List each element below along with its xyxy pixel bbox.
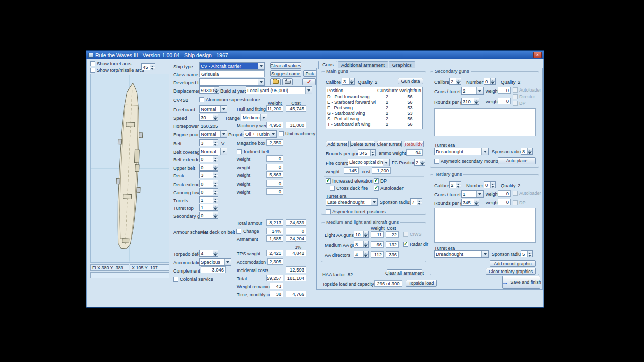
load-design-button[interactable] bbox=[270, 78, 281, 85]
asymmetric-turret-checkbox[interactable]: Asymetric turret positions bbox=[326, 209, 386, 214]
deck-spinner[interactable]: 3 bbox=[199, 171, 218, 178]
show-torp-arcs-checkbox[interactable]: Show torp/missile arcs bbox=[90, 67, 144, 73]
turret-top-spinner[interactable]: 1 bbox=[199, 204, 218, 211]
aa-directors-spinner[interactable]: 4 bbox=[354, 251, 369, 258]
conning-tower-spinner[interactable]: 0 bbox=[199, 188, 218, 195]
tertiary-calibre-spinner[interactable]: 2 bbox=[449, 181, 461, 188]
validate-button[interactable]: ✓ bbox=[302, 78, 316, 85]
turret-era-select[interactable]: Late dreadnought bbox=[326, 198, 378, 206]
secondary-dp-checkbox[interactable]: DP bbox=[513, 101, 526, 106]
suggest-name-button[interactable]: Suggest name bbox=[270, 70, 301, 77]
freeboard-select[interactable]: Normal bbox=[199, 105, 227, 113]
show-turret-arcs-checkbox[interactable]: Show turret arcs bbox=[90, 61, 131, 66]
save-and-finish-button[interactable]: → Save and finish bbox=[502, 276, 540, 289]
aa-directors-label: AA directors bbox=[325, 252, 350, 258]
ship-type-select[interactable]: CV - Aircraft carrier bbox=[199, 62, 265, 70]
secondary-guns-armour-spinner[interactable]: 0 bbox=[199, 212, 218, 219]
main-sponson-spinner[interactable]: 7 bbox=[410, 198, 422, 205]
displacement-spinner[interactable]: 59300 bbox=[199, 86, 219, 94]
turrets-spinner[interactable]: 1 bbox=[199, 196, 218, 203]
ciws-checkbox[interactable]: CIWS bbox=[403, 232, 422, 237]
secondary-director-checkbox[interactable]: Director bbox=[513, 94, 535, 99]
medium-aa-spinner[interactable]: 8 bbox=[354, 241, 369, 248]
secondary-mounts-listbox[interactable] bbox=[434, 108, 536, 136]
pick-button[interactable]: Pick bbox=[303, 70, 316, 77]
main-rounds-spinner[interactable]: 345 bbox=[358, 149, 376, 156]
belt-spinner[interactable]: 3 bbox=[199, 139, 218, 146]
asymmetric-secondary-checkbox[interactable]: Asymetric secondary mounts bbox=[434, 159, 499, 164]
range-select[interactable]: Medium bbox=[241, 114, 267, 121]
clear-tertiary-graphics-button[interactable]: Clear tertiary graphics bbox=[486, 268, 536, 275]
titlebar[interactable]: Rule the Waves III - Version 1.00.84 - S… bbox=[86, 51, 544, 59]
inclined-belt-checkbox[interactable]: Inclined belt bbox=[237, 149, 269, 154]
speed-spinner[interactable]: 30 bbox=[199, 114, 218, 121]
engine-priority-select[interactable]: Normal bbox=[199, 130, 227, 138]
auto-place-button[interactable]: Auto place bbox=[498, 157, 536, 164]
torpedo-defence-spinner[interactable]: 4 bbox=[199, 250, 218, 257]
table-row[interactable]: D - Port forward wing 2 56 bbox=[326, 94, 422, 100]
clear-turrets-button[interactable]: Clear turrets bbox=[377, 141, 402, 147]
light-aa-spinner[interactable]: 10 bbox=[354, 231, 369, 238]
colonial-service-checkbox[interactable]: Colonial service bbox=[173, 276, 213, 282]
tertiary-turret-era-select[interactable]: Dreadnought bbox=[434, 250, 489, 258]
clear-all-armament-button[interactable]: Clear all armament bbox=[387, 269, 422, 276]
change-armour-checkbox[interactable]: Change bbox=[236, 229, 259, 234]
belt-coverage-select[interactable]: Normal bbox=[199, 148, 227, 155]
radar-director-checkbox[interactable]: Radar dir bbox=[403, 242, 428, 247]
tertiary-guns-turret-select[interactable]: 1 bbox=[461, 190, 484, 198]
tertiary-dp-checkbox[interactable]: DP bbox=[513, 200, 526, 205]
tab-graphics[interactable]: Graphics bbox=[389, 61, 415, 68]
group-title: Main guns bbox=[325, 68, 350, 74]
tertiary-rounds-spinner[interactable]: 345 bbox=[461, 199, 479, 206]
secondary-turret-era-select[interactable]: Dreadnought bbox=[434, 148, 489, 155]
gun-data-button[interactable]: Gun data bbox=[398, 78, 423, 84]
secondary-calibre-spinner[interactable]: 2 bbox=[449, 78, 461, 85]
deck-extended-spinner[interactable]: 0 bbox=[199, 180, 218, 187]
tab-additional-armament[interactable]: Additional armament bbox=[338, 61, 388, 68]
increased-elevation-checkbox[interactable]: Increased elevation bbox=[326, 178, 373, 184]
clear-all-values-button[interactable]: Clear all values bbox=[270, 62, 301, 69]
ship-drawing-area[interactable] bbox=[90, 74, 169, 263]
table-row[interactable]: T - Starboard aft wing 2 56 bbox=[326, 122, 422, 127]
developed-from-select[interactable] bbox=[199, 78, 265, 86]
class-name-input[interactable]: Grisuela bbox=[199, 70, 265, 77]
main-guns-turret-table[interactable]: Position Guns/turret Weight/turret D - P… bbox=[326, 87, 423, 129]
table-row[interactable]: F - Port wing 2 53 bbox=[326, 105, 422, 111]
propulsion-select[interactable]: Oil + Turbine bbox=[244, 130, 277, 138]
ship-design-window: Rule the Waves III - Version 1.00.84 - S… bbox=[86, 50, 544, 308]
table-row[interactable]: G - Starboard wing 2 53 bbox=[326, 111, 422, 116]
table-row[interactable]: E - Starboard forward wing 2 56 bbox=[326, 100, 422, 105]
fc-positions-spinner[interactable]: 2 bbox=[414, 159, 425, 166]
topside-load-button[interactable]: Topside load bbox=[406, 280, 437, 287]
secondary-autoloader-checkbox[interactable]: Autoloader bbox=[513, 87, 541, 93]
add-turret-button[interactable]: Add turret bbox=[326, 141, 349, 147]
fire-control-select[interactable]: Electro optical director bbox=[348, 159, 390, 166]
print-button[interactable] bbox=[282, 78, 293, 85]
weight-label: weight bbox=[486, 200, 499, 205]
secondary-sponson-spinner[interactable]: 8 bbox=[521, 148, 533, 155]
dp-checkbox[interactable]: DP bbox=[374, 178, 387, 184]
upper-belt-spinner[interactable]: 0 bbox=[199, 164, 218, 171]
delete-turret-button[interactable]: Delete turret bbox=[350, 141, 375, 147]
arc-range-spinner[interactable]: 45 bbox=[141, 63, 155, 70]
close-button[interactable]: × bbox=[533, 52, 542, 58]
tertiary-sponson-spinner[interactable]: 5 bbox=[521, 250, 533, 257]
aluminium-superstructure-checkbox[interactable]: Aluminium superstructure bbox=[199, 97, 260, 102]
tertiary-mounts-listbox[interactable] bbox=[434, 208, 536, 243]
build-yard-select[interactable]: Local yard (95,000) bbox=[246, 86, 312, 94]
secondary-number-spinner[interactable]: 0 bbox=[484, 78, 496, 85]
rebuild-button[interactable]: Rebuild? bbox=[404, 141, 424, 147]
unit-machinery-checkbox[interactable]: Unit machinery bbox=[279, 131, 315, 136]
secondary-rounds-spinner[interactable]: 310 bbox=[461, 98, 479, 105]
tertiary-autoloader-checkbox[interactable]: Autoloader bbox=[513, 191, 541, 196]
cross-deck-fire-checkbox[interactable]: Cross deck fire bbox=[330, 185, 368, 191]
main-calibre-spinner[interactable]: 3 bbox=[342, 78, 355, 85]
add-mount-graphic-button[interactable]: Add mount graphic bbox=[490, 260, 536, 267]
tertiary-number-spinner[interactable]: 0 bbox=[484, 181, 496, 188]
table-row[interactable]: S - Port aft wing 2 56 bbox=[326, 116, 422, 122]
accomodation-select[interactable]: Spacious bbox=[199, 258, 231, 266]
autoloader-checkbox[interactable]: Autoloader bbox=[374, 185, 404, 191]
belt-extended-spinner[interactable]: 0 bbox=[199, 155, 218, 162]
tab-guns[interactable]: Guns bbox=[318, 61, 337, 69]
secondary-guns-turret-select[interactable]: 2 bbox=[461, 87, 484, 95]
